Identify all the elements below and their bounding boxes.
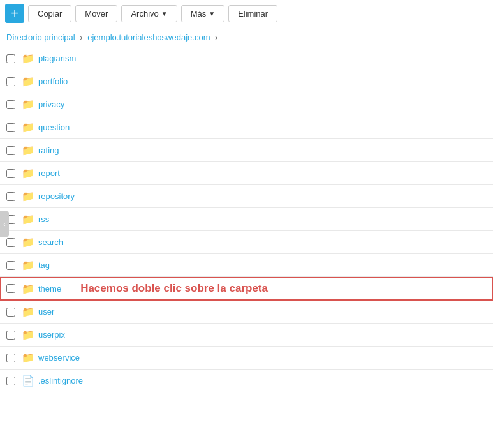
breadcrumb-sep1: › <box>80 33 82 42</box>
file-name[interactable]: webservice <box>38 353 80 362</box>
file-name[interactable]: report <box>38 168 60 178</box>
list-item: 📁privacy <box>0 93 493 116</box>
folder-icon: 📁 <box>22 75 34 87</box>
folder-icon: 📁 <box>22 167 34 179</box>
file-name[interactable]: portfolio <box>38 77 68 86</box>
file-list: 📁plagiarism📁portfolio📁privacy📁question📁r… <box>0 47 493 392</box>
file-checkbox[interactable] <box>6 354 15 362</box>
list-item: 📁search <box>0 231 493 254</box>
file-name[interactable]: question <box>38 123 70 132</box>
copy-button[interactable]: Copiar <box>28 5 71 22</box>
file-name[interactable]: rating <box>38 146 59 155</box>
folder-icon: 📁 <box>22 259 34 271</box>
folder-icon: 📁 <box>22 352 34 364</box>
list-item: 📁repository <box>0 185 493 208</box>
list-item: 📁rss <box>0 208 493 231</box>
file-checkbox[interactable] <box>6 192 15 201</box>
archive-arrow-icon: ▼ <box>161 10 168 17</box>
file-name[interactable]: theme <box>38 284 61 294</box>
file-name[interactable]: repository <box>38 191 75 201</box>
file-name[interactable]: privacy <box>38 100 64 109</box>
folder-icon: 📁 <box>22 52 34 64</box>
more-arrow-icon: ▼ <box>209 10 215 17</box>
file-checkbox[interactable] <box>6 146 15 155</box>
toolbar: + Copiar Mover Archivo ▼ Más ▼ Eliminar <box>0 0 493 27</box>
folder-icon: 📁 <box>22 144 34 156</box>
folder-icon: 📁 <box>22 121 34 133</box>
list-item: 📁question <box>0 116 493 139</box>
file-name[interactable]: userpix <box>38 330 65 340</box>
list-item: 📁themeHacemos doble clic sobre la carpet… <box>0 277 493 301</box>
folder-icon: 📁 <box>22 236 34 248</box>
move-button[interactable]: Mover <box>75 5 117 22</box>
file-checkbox[interactable] <box>6 308 15 317</box>
list-item: 📁plagiarism <box>0 47 493 70</box>
file-name[interactable]: tag <box>38 260 50 270</box>
breadcrumb-root[interactable]: Directorio principal <box>6 33 75 42</box>
list-item: 📁userpix <box>0 324 493 347</box>
list-item: 📁user <box>0 301 493 324</box>
list-item: 📄.eslintignore <box>0 370 493 392</box>
breadcrumb: Directorio principal › ejemplo.tutoriale… <box>0 27 493 47</box>
file-name[interactable]: user <box>38 307 54 317</box>
archive-button[interactable]: Archivo ▼ <box>121 5 177 22</box>
delete-button[interactable]: Eliminar <box>228 5 277 22</box>
breadcrumb-current[interactable]: ejemplo.tutorialeshoswedaje.com <box>87 33 210 42</box>
folder-icon: 📁 <box>22 213 34 225</box>
file-checkbox[interactable] <box>6 331 15 340</box>
breadcrumb-sep2: › <box>215 33 217 42</box>
file-checkbox[interactable] <box>6 377 15 385</box>
file-icon: 📄 <box>22 375 34 387</box>
folder-icon: 📁 <box>22 329 34 341</box>
file-checkbox[interactable] <box>6 100 15 109</box>
more-button[interactable]: Más ▼ <box>181 5 224 22</box>
file-checkbox[interactable] <box>6 54 15 63</box>
file-checkbox[interactable] <box>6 123 15 132</box>
file-checkbox[interactable] <box>6 169 15 178</box>
add-button[interactable]: + <box>5 4 24 23</box>
folder-icon: 📁 <box>22 190 34 202</box>
list-item: 📁rating <box>0 139 493 162</box>
file-checkbox[interactable] <box>6 238 15 247</box>
file-name[interactable]: rss <box>38 214 49 224</box>
file-checkbox[interactable] <box>6 261 15 270</box>
list-item: 📁tag <box>0 254 493 277</box>
list-item: 📁portfolio <box>0 70 493 93</box>
annotation-text: Hacemos doble clic sobre la carpeta <box>80 282 268 295</box>
file-name[interactable]: plagiarism <box>38 54 76 63</box>
file-checkbox[interactable] <box>6 77 15 86</box>
file-name[interactable]: search <box>38 237 63 247</box>
sidebar-toggle[interactable]: ‹ <box>0 211 9 237</box>
file-checkbox[interactable] <box>6 284 15 293</box>
list-item: 📁webservice <box>0 347 493 370</box>
file-name[interactable]: .eslintignore <box>38 376 83 385</box>
folder-icon: 📁 <box>22 306 34 318</box>
folder-icon: 📁 <box>22 98 34 110</box>
list-item: 📁report <box>0 162 493 185</box>
folder-icon: 📁 <box>22 283 34 295</box>
